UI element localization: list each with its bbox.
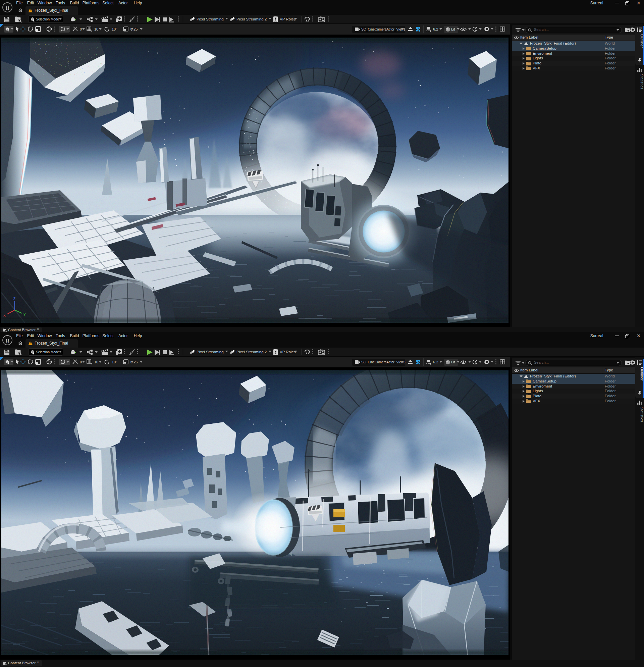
svg-text:u: u bbox=[5, 337, 9, 344]
svg-text:u: u bbox=[5, 4, 9, 11]
